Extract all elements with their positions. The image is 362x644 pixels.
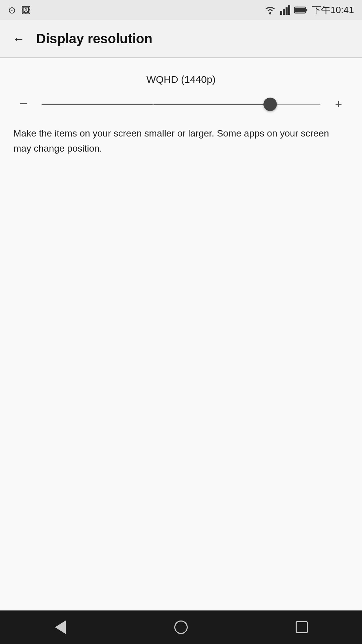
wifi-icon [264,5,276,15]
resolution-label: WQHD (1440p) [13,74,349,85]
signal-icon [280,5,290,15]
slider-track [42,104,320,105]
status-bar-right: 下午10:41 [264,4,354,16]
slider-thumb[interactable] [263,98,277,111]
nav-back-button[interactable] [47,614,74,641]
svg-rect-7 [295,8,305,12]
svg-rect-3 [286,7,288,15]
status-bar: ⊙ 🖼 下午10:41 [0,0,362,20]
app-bar: ← Display resolution [0,20,362,58]
slider-container[interactable] [42,96,320,113]
music-icon: ⊙ [8,5,16,16]
svg-rect-4 [288,5,290,15]
battery-icon [294,6,308,14]
status-time: 下午10:41 [312,4,354,16]
description-text: Make the items on your screen smaller or… [13,126,349,156]
nav-home-button[interactable] [168,614,194,641]
recents-square-icon [296,621,308,633]
svg-rect-1 [280,11,282,15]
slider-tick [153,104,154,105]
back-arrow-icon: ← [13,32,25,46]
nav-bar [0,610,362,644]
nav-recents-button[interactable] [288,614,315,641]
slider-row: − + [13,96,349,113]
home-circle-icon [174,621,188,634]
main-content: WQHD (1440p) − + Make the items on your … [0,58,362,610]
slider-decrease-button[interactable]: − [13,96,34,112]
back-triangle-icon [55,621,66,634]
image-icon: 🖼 [21,5,31,16]
slider-fill [42,104,270,105]
svg-rect-2 [283,9,285,15]
slider-increase-button[interactable]: + [328,97,349,111]
svg-point-0 [269,12,271,14]
back-button[interactable]: ← [8,28,29,50]
page-title: Display resolution [36,31,153,46]
svg-rect-6 [306,9,307,11]
status-bar-left: ⊙ 🖼 [8,5,31,16]
